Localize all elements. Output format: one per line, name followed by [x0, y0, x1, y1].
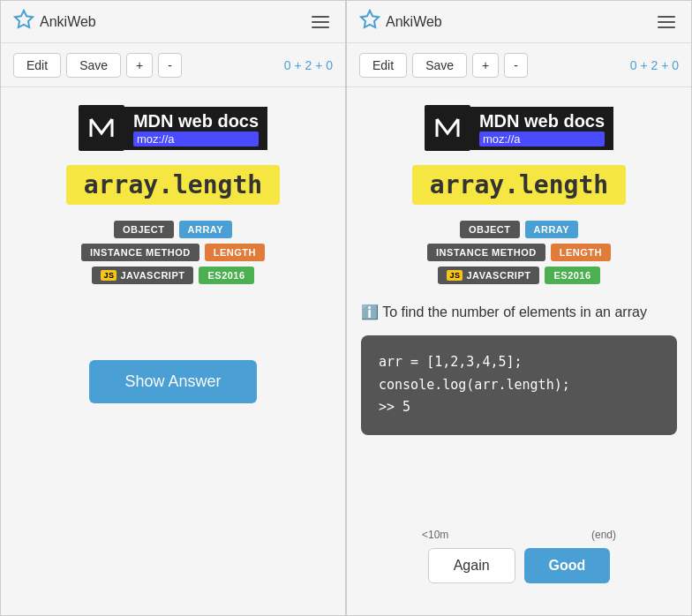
js-badge-left: JS — [101, 270, 117, 281]
save-button-right[interactable]: Save — [412, 53, 467, 78]
left-panel: AnkiWeb Edit Save + - 0 + 2 + 0 MDN we — [0, 0, 346, 616]
score-left: 0 + 2 + 0 — [284, 58, 333, 72]
toolbar-left: Edit Save + - 0 + 2 + 0 — [1, 43, 345, 87]
plus-button-left[interactable]: + — [126, 53, 153, 78]
tag-array-right: ARRAY — [525, 221, 579, 238]
svg-marker-0 — [15, 11, 33, 27]
right-panel: AnkiWeb Edit Save + - 0 + 2 + 0 MDN we — [346, 0, 692, 616]
plus-button-right[interactable]: + — [472, 53, 499, 78]
mdn-subtitle-left: moz://a — [133, 131, 259, 146]
bottom-actions: <10m (end) Again Good — [361, 529, 677, 597]
mdn-title-right: MDN web docs — [479, 110, 605, 131]
mdn-logo-left: MDN web docs moz://a — [79, 105, 267, 151]
minus-button-right[interactable]: - — [504, 53, 528, 78]
again-time-label: <10m — [422, 529, 448, 541]
array-length-badge-left: array.length — [66, 165, 280, 205]
save-button-left[interactable]: Save — [66, 53, 121, 78]
tag-instance-method-right: INSTANCE METHOD — [427, 244, 545, 261]
mdn-icon-right — [425, 105, 470, 151]
tags-row2-right: INSTANCE METHOD LENGTH — [427, 244, 611, 261]
mdn-title-left: MDN web docs — [133, 110, 259, 131]
tags-row3-left: JS JAVASCRIPT ES2016 — [92, 267, 253, 284]
toolbar-right: Edit Save + - 0 + 2 + 0 — [347, 43, 691, 87]
js-badge-right: JS — [447, 270, 463, 281]
info-icon: ℹ️ — [361, 304, 379, 319]
svg-marker-1 — [361, 11, 379, 27]
array-length-badge-right: array.length — [412, 165, 626, 205]
card-content-right: MDN web docs moz://a array.length OBJECT… — [347, 87, 691, 615]
rating-labels: <10m (end) — [422, 529, 616, 541]
code-content: arr = [1,2,3,4,5]; console.log(arr.lengt… — [379, 351, 659, 419]
hamburger-menu-left[interactable] — [308, 12, 333, 32]
tag-js-left: JS JAVASCRIPT — [92, 267, 193, 284]
logo-right: AnkiWeb — [359, 9, 442, 35]
minus-button-left[interactable]: - — [158, 53, 182, 78]
header-left: AnkiWeb — [1, 1, 345, 43]
tag-length-left: LENGTH — [205, 244, 265, 261]
rating-buttons: Again Good — [428, 548, 611, 583]
tag-object-right: OBJECT — [460, 221, 520, 238]
tag-array-left: ARRAY — [179, 221, 233, 238]
edit-button-left[interactable]: Edit — [13, 53, 61, 78]
logo-text-left: AnkiWeb — [40, 14, 96, 30]
info-text: ℹ️ To find the number of elements in an … — [361, 302, 647, 323]
header-right: AnkiWeb — [347, 1, 691, 43]
edit-button-right[interactable]: Edit — [359, 53, 407, 78]
mdn-icon-left — [79, 105, 124, 151]
code-block: arr = [1,2,3,4,5]; console.log(arr.lengt… — [361, 335, 677, 435]
mdn-text-block-right: MDN web docs moz://a — [470, 107, 613, 150]
good-time-label: (end) — [591, 529, 616, 541]
score-plus-zero-right: + 0 — [658, 58, 679, 72]
good-button[interactable]: Good — [524, 548, 611, 583]
mdn-subtitle-right: moz://a — [479, 131, 605, 146]
logo-star-right — [359, 9, 380, 35]
mdn-text-block-left: MDN web docs moz://a — [124, 107, 267, 150]
card-content-left: MDN web docs moz://a array.length OBJECT… — [1, 87, 345, 615]
score-zero-right: 0 + — [630, 58, 651, 72]
again-button[interactable]: Again — [428, 548, 515, 583]
mdn-logo-right: MDN web docs moz://a — [425, 105, 613, 151]
logo-left: AnkiWeb — [13, 9, 96, 35]
tag-es2016-right: ES2016 — [545, 267, 599, 284]
show-answer-button[interactable]: Show Answer — [89, 360, 256, 403]
tag-object-left: OBJECT — [114, 221, 174, 238]
score-right: 0 + 2 + 0 — [630, 58, 679, 72]
tags-row1-left: OBJECT ARRAY — [114, 221, 232, 238]
score-plus-zero-left: + 0 — [312, 58, 333, 72]
hamburger-menu-right[interactable] — [654, 12, 679, 32]
tag-es2016-left: ES2016 — [199, 267, 253, 284]
info-section: ℹ️ To find the number of elements in an … — [361, 302, 647, 335]
tag-length-right: LENGTH — [551, 244, 611, 261]
tags-row2-left: INSTANCE METHOD LENGTH — [81, 244, 265, 261]
logo-text-right: AnkiWeb — [386, 14, 442, 30]
tag-instance-method-left: INSTANCE METHOD — [81, 244, 199, 261]
score-zero-left: 0 + — [284, 58, 305, 72]
tags-row1-right: OBJECT ARRAY — [460, 221, 578, 238]
logo-star-left — [13, 9, 34, 35]
tag-js-right: JS JAVASCRIPT — [438, 267, 539, 284]
tags-row3-right: JS JAVASCRIPT ES2016 — [438, 267, 599, 284]
